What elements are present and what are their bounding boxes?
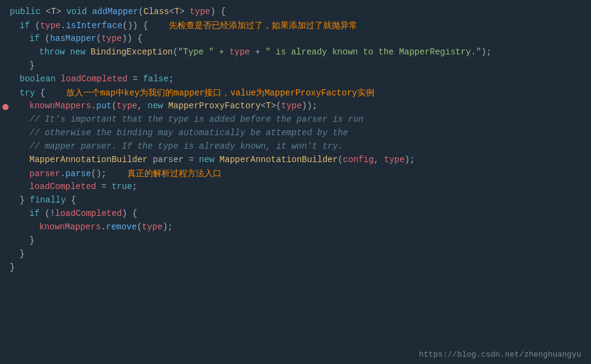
token: T: [51, 7, 56, 17]
code-line-19: }: [0, 248, 591, 262]
token: type: [142, 222, 163, 232]
token: if: [29, 34, 40, 43]
token: type: [117, 101, 138, 111]
token: .: [91, 101, 96, 111]
code-line-18: }: [0, 235, 591, 248]
annotation-token: 放入一个map中key为我们的mapper接口，value为MapperProx…: [66, 87, 374, 98]
token: parser: [29, 169, 60, 179]
token: type: [384, 155, 405, 165]
token: (: [30, 21, 40, 31]
token: // It's important that the type is added…: [29, 114, 363, 124]
token: void: [66, 7, 92, 17]
token: hasMapper: [50, 34, 97, 43]
code-line-3: if ( hasMapper ( type )) {: [0, 33, 591, 46]
token: <: [261, 101, 266, 111]
token: ) {: [210, 7, 226, 17]
code-line-6: boolean loadCompleted = false ;: [0, 73, 591, 87]
token: >: [179, 7, 184, 17]
token: .: [61, 21, 65, 31]
token: MapperAnnotationBuilder: [220, 155, 338, 165]
token: (: [173, 47, 177, 57]
token: new: [147, 101, 168, 111]
code-line-14: loadCompleted = true ;: [0, 181, 591, 195]
token: type: [229, 47, 250, 57]
token: >: [56, 7, 67, 17]
code-line-11: // mapper parser. If the type is already…: [0, 141, 591, 154]
code-line-8: knownMappers . put ( type , new MapperPr…: [0, 100, 591, 114]
code-line-5: }: [0, 60, 591, 73]
code-line-4: throw new BindingException ( "Type " + t…: [0, 46, 591, 60]
token: }: [29, 61, 34, 70]
token: MapperProxyFactory: [168, 101, 261, 111]
token: (: [138, 7, 143, 17]
token: );: [163, 222, 173, 232]
code-line-12: MapperAnnotationBuilder parser = new Map…: [0, 154, 591, 168]
token: .: [60, 169, 65, 179]
token: ,: [137, 101, 147, 111]
token: parser =: [147, 155, 199, 165]
token: new: [199, 155, 220, 165]
token: if: [20, 21, 30, 31]
code-line-1: public < T > void addMapper ( Class < T …: [0, 6, 591, 20]
token: isInterface: [66, 21, 122, 31]
token: }: [29, 236, 34, 245]
code-line-16: if (! loadCompleted ) {: [0, 208, 591, 221]
code-line-17: knownMappers . remove ( type );: [0, 221, 591, 235]
token: config: [343, 155, 374, 165]
token: try: [20, 88, 35, 98]
token: (: [338, 155, 343, 165]
token: .: [101, 222, 106, 232]
token: type: [40, 21, 61, 31]
token: loadCompleted: [55, 209, 122, 218]
token: );: [404, 155, 415, 165]
token: boolean: [20, 74, 61, 84]
token: parse: [65, 169, 91, 179]
code-line-7: try { 放入一个map中key为我们的mapper接口，value为Mapp…: [0, 87, 591, 100]
code-line-10: // otherwise the binding may automatical…: [0, 127, 591, 141]
token: loadCompleted: [29, 182, 96, 191]
token: loadCompleted: [61, 74, 127, 84]
token: MapperAnnotationBuilder: [29, 155, 147, 165]
token: ();: [91, 169, 127, 179]
token: (!: [40, 209, 55, 218]
token: (: [137, 222, 142, 232]
token: +: [250, 47, 265, 57]
token: }: [10, 262, 15, 272]
token: ) {: [122, 209, 137, 218]
token: // otherwise the binding may automatical…: [29, 128, 348, 138]
token: =: [127, 74, 143, 84]
token: {: [66, 195, 76, 205]
token: (: [111, 101, 116, 111]
footer-link: https://blog.csdn.net/zhenghuangyu: [419, 350, 581, 359]
token: BindingException: [91, 47, 173, 57]
code-line-15: } finally {: [0, 195, 591, 208]
token: T: [174, 7, 179, 17]
token: ;: [132, 182, 137, 191]
token: {: [35, 88, 65, 98]
token: throw: [39, 47, 70, 57]
token: ;: [169, 74, 174, 84]
token: }: [20, 249, 24, 259]
token: <: [169, 7, 174, 17]
code-line-2: if ( type . isInterface ()) { 先检查是否已经添加过…: [0, 20, 591, 33]
token: (: [96, 34, 101, 43]
token: =: [96, 182, 111, 191]
code-line-20: }: [0, 262, 591, 275]
token: type: [281, 101, 302, 111]
token: knownMappers: [29, 101, 91, 111]
code-container: public < T > void addMapper ( Class < T …: [0, 0, 591, 364]
token: );: [481, 47, 492, 57]
token: false: [143, 74, 169, 84]
token: Class: [143, 7, 169, 17]
token: if: [29, 209, 40, 218]
token: type: [102, 34, 122, 43]
token: knownMappers: [39, 222, 101, 232]
token: addMapper: [92, 7, 138, 17]
token: type: [185, 7, 210, 17]
token: // mapper parser. If the type is already…: [29, 141, 343, 151]
token: <: [46, 7, 51, 17]
annotation-token: 先检查是否已经添加过了，如果添加过了就抛异常: [148, 20, 357, 31]
token: finally: [30, 195, 66, 205]
token: new: [70, 47, 91, 57]
code-line-13: parser . parse (); 真正的解析过程方法入口: [0, 168, 591, 181]
